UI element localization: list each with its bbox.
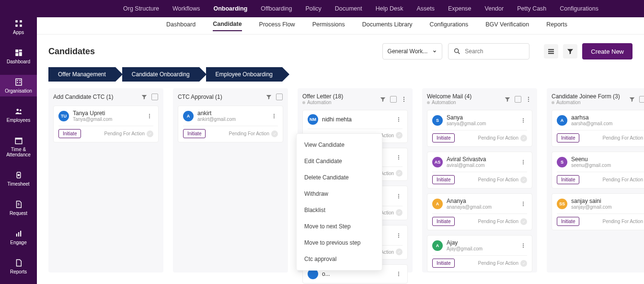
stage-employee-onboarding[interactable]: Employee Onboarding [206, 67, 282, 82]
card-more-icon[interactable] [396, 117, 402, 122]
initiate-button[interactable]: Initiate [432, 217, 455, 226]
sidebar-item-reports[interactable]: Reports [0, 256, 37, 277]
subnav-dashboard[interactable]: Dashboard [166, 21, 196, 31]
initiate-button[interactable]: Initiate [432, 259, 455, 268]
card-more-icon[interactable] [396, 233, 402, 238]
subnav-configurations[interactable]: Configurations [430, 21, 469, 31]
menu-item[interactable]: View Candidate [297, 137, 382, 153]
topnav-help-desk[interactable]: Help Desk [376, 5, 403, 12]
topnav-onboarding[interactable]: Onboarding [213, 5, 247, 12]
search-box[interactable] [448, 43, 529, 59]
card-more-icon[interactable] [520, 201, 527, 207]
candidate-card[interactable]: A ankirt ankirt@gmail.com Initiate Pendi… [178, 106, 283, 142]
column-checkbox[interactable] [639, 95, 644, 103]
menu-item[interactable]: Withdraw [297, 186, 382, 202]
subnav-candidate[interactable]: Candidate [213, 21, 242, 31]
topnav-petty-cash[interactable]: Petty Cash [517, 5, 546, 12]
topnav-offboarding[interactable]: Offboarding [261, 5, 292, 12]
chevron-down-icon [432, 49, 437, 54]
subnav-process-flow[interactable]: Process Flow [259, 21, 295, 31]
sidebar-item-request[interactable]: $ Request [0, 197, 37, 219]
column-checkbox[interactable] [390, 95, 397, 103]
topnav-assets[interactable]: Assets [416, 5, 435, 12]
menu-item[interactable]: Move to next Step [297, 218, 382, 235]
column-checkbox[interactable] [151, 93, 159, 101]
topnav-configurations[interactable]: Configurations [560, 5, 598, 12]
topnav-workflows[interactable]: Workflows [172, 5, 200, 12]
column-filter-icon[interactable] [628, 95, 636, 103]
svg-point-35 [403, 98, 404, 99]
initiate-button[interactable]: Initiate [432, 133, 455, 142]
card-more-icon[interactable] [396, 193, 402, 199]
svg-point-50 [398, 273, 399, 274]
sidebar-item-dashboard[interactable]: Dashboard [0, 46, 37, 67]
sidebar-item-apps[interactable]: Apps [0, 16, 37, 38]
stage-offer-mgmt[interactable]: Offer Management [48, 67, 115, 82]
column-more-icon[interactable] [525, 95, 532, 103]
topnav-document[interactable]: Document [335, 5, 362, 12]
subnav-permissions[interactable]: Permissions [312, 21, 345, 31]
filter-icon[interactable] [563, 44, 577, 59]
column-checkbox[interactable] [276, 93, 283, 101]
menu-item[interactable]: Edit Candidate [297, 153, 382, 169]
card-more-icon[interactable] [396, 154, 402, 160]
initiate-button[interactable]: Initiate [557, 175, 579, 184]
sidebar-item-employees[interactable]: Employees [0, 104, 37, 126]
sidebar-item-engage[interactable]: Engage [0, 226, 37, 248]
menu-item[interactable]: Ctc approval [297, 251, 382, 267]
sidebar-item-time[interactable]: Time & Attendance [0, 133, 37, 160]
subnav-bgv[interactable]: BGV Verification [485, 21, 529, 31]
topnav-vendor[interactable]: Vendor [485, 5, 504, 12]
candidate-card[interactable]: S Sanya sanya@gmail.com Initiate Pending… [427, 110, 532, 147]
svg-rect-10 [19, 80, 20, 81]
initiate-button[interactable]: Initiate [557, 217, 579, 226]
sidebar-item-timesheet[interactable]: Timesheet [0, 168, 37, 189]
subnav-documents-library[interactable]: Documents Library [362, 21, 413, 31]
card-more-icon[interactable] [520, 118, 527, 123]
column-filter-icon[interactable] [379, 95, 387, 103]
candidate-card[interactable]: TU Tanya Upreti Tanya@gmail.com Initiate… [53, 106, 159, 142]
card-more-icon[interactable] [271, 113, 278, 119]
svg-point-14 [19, 109, 21, 111]
search-input[interactable] [465, 48, 524, 55]
menu-item[interactable]: Move to previous step [297, 235, 382, 251]
column-more-icon[interactable] [400, 95, 408, 103]
topnav-policy[interactable]: Policy [305, 5, 321, 12]
list-view-icon[interactable] [544, 44, 558, 59]
subnav-reports[interactable]: Reports [546, 21, 567, 31]
card-status: Pending For Action [603, 218, 644, 225]
column-filter-icon[interactable] [140, 93, 148, 101]
sidebar-item-organisation[interactable]: Organisation [0, 75, 37, 96]
initiate-button[interactable]: Initiate [557, 133, 579, 142]
card-more-icon[interactable] [520, 159, 527, 165]
workflow-dropdown[interactable]: General Work... [382, 43, 443, 59]
candidate-card[interactable]: S Seenu seenu@gmail.com Initiate Pending… [552, 152, 644, 189]
svg-point-18 [17, 174, 20, 177]
candidate-name: aarhsa [571, 114, 612, 121]
candidate-card[interactable]: SS sanjay saini sanjay@gmail.com Initiat… [552, 193, 644, 230]
sidebar-label: Organisation [5, 88, 32, 94]
initiate-button[interactable]: Initiate [432, 175, 455, 184]
stage-candidate-onboarding[interactable]: Candidate Onboarding [122, 67, 199, 82]
svg-rect-0 [15, 20, 18, 23]
candidate-card[interactable]: AS Aviral Srivastva aviral@gmail.com Ini… [427, 152, 532, 189]
card-more-icon[interactable] [396, 271, 402, 277]
card-more-icon[interactable] [147, 113, 153, 119]
topnav-org-structure[interactable]: Org Structure [123, 5, 159, 12]
topnav-expense[interactable]: Expense [448, 5, 472, 12]
svg-point-55 [523, 118, 524, 119]
candidate-email: sanjay@gmail.com [571, 204, 612, 210]
menu-item[interactable]: Blacklist [297, 202, 382, 218]
column-filter-icon[interactable] [265, 93, 273, 101]
column-checkbox[interactable] [514, 95, 522, 103]
initiate-button[interactable]: Initiate [183, 129, 206, 138]
initiate-button[interactable]: Initiate [58, 129, 81, 138]
create-new-button[interactable]: Create New [582, 43, 632, 59]
column-filter-icon[interactable] [504, 95, 511, 103]
menu-item[interactable]: Delete Candidate [297, 169, 382, 186]
request-icon: $ [14, 200, 23, 209]
candidate-card[interactable]: A Ananya ananaya@gmail.com Initiate Pend… [427, 193, 532, 230]
card-more-icon[interactable] [520, 243, 527, 248]
candidate-card[interactable]: A Ajay Ajay@gmail.com Initiate Pending F… [427, 235, 532, 272]
candidate-card[interactable]: A aarhsa aarsha@gmail.com Initiate Pendi… [552, 110, 644, 147]
